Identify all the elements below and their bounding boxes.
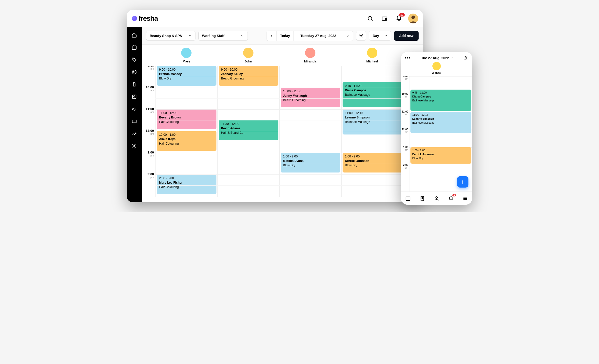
appointment-card[interactable]: 1:00 - 2:00Derrick JohnsonBlow Dry (410, 147, 471, 164)
user-icon (434, 196, 439, 201)
view-label: Day (373, 34, 379, 38)
today-button[interactable]: Today (277, 31, 294, 41)
user-avatar[interactable] (408, 14, 418, 23)
mobile-calendar-lane[interactable]: 9:45 - 11:00Diana CamposBalinese Massage… (409, 76, 472, 192)
mobile-tab-calendar[interactable] (405, 195, 411, 201)
sidebar-item-reports[interactable] (131, 131, 137, 137)
mobile-tab-sales[interactable] (419, 195, 425, 201)
mobile-tab-clients[interactable] (434, 195, 440, 201)
appointment-card[interactable]: 9:45 - 11:00Diana CamposBalinese Massage (343, 82, 402, 107)
megaphone-icon (132, 106, 137, 112)
appointment-time: 10:00 - 11:00 (283, 89, 338, 94)
notifications-button[interactable]: 12 (394, 14, 404, 23)
calendar-toolbar: Beauty Shop & SPA Working Staff Today Tu… (142, 27, 423, 45)
staff-name-label: Mary (183, 59, 190, 63)
time-tick: 2:00pm (147, 172, 154, 179)
appointment-card[interactable]: 1:00 - 2:00Derrick JohnsonBlow Dry (343, 153, 402, 172)
staff-avatar (367, 48, 377, 58)
sidebar-item-payments[interactable] (131, 118, 137, 124)
user-square-icon (132, 94, 137, 99)
mobile-date-label: Tue 27 Aug, 2022 (421, 56, 449, 60)
location-label: Beauty Shop & SPA (150, 34, 182, 38)
appointment-client: Jenny Murtaugh (283, 94, 338, 98)
staff-column-header[interactable]: John (217, 45, 279, 66)
calendar-lane[interactable]: 9:00 - 10:00Zachary KelleyBeard Grooming… (217, 66, 279, 197)
time-tick: 9:00am (147, 66, 154, 70)
sidebar-item-settings[interactable] (131, 143, 137, 149)
staff-column-header[interactable]: Mary (155, 45, 217, 66)
svg-point-14 (134, 96, 135, 97)
svg-line-1 (371, 19, 372, 21)
calendar-settings-button[interactable] (356, 31, 366, 41)
appointment-time: 9:00 - 10:00 (221, 67, 276, 72)
mobile-tab-notifications[interactable]: 3 (448, 195, 454, 201)
svg-rect-5 (132, 46, 136, 50)
sidebar-item-sales[interactable] (131, 57, 137, 63)
staff-name-label: John (244, 59, 252, 63)
today-label: Today (280, 34, 290, 38)
appointment-client: Matilda Evans (283, 159, 338, 163)
receipt-icon (420, 196, 425, 201)
appointment-card[interactable]: 11:00 - 12:00Beverly BrownHair Colouring (157, 109, 216, 129)
staff-header-row: Mary John Miranda Michael (142, 45, 423, 66)
wallet-button[interactable] (380, 14, 389, 23)
calendar-lane[interactable]: 10:00 - 11:00Jenny MurtaughBeard Groomin… (279, 66, 341, 197)
sidebar-item-products[interactable] (131, 81, 137, 87)
calendar-lane[interactable]: 9:45 - 11:00Diana CamposBalinese Massage… (341, 66, 403, 197)
appointment-card[interactable]: 12:00 - 1:00Alicia KeysHair Colouring (157, 131, 216, 151)
appointment-card[interactable]: 10:00 - 11:00Jenny MurtaughBeard Groomin… (281, 88, 340, 107)
appointment-card[interactable]: 9:00 - 10:00Brenda MasseyBlow Dry (157, 66, 216, 86)
mobile-window: ••• Tue 27 Aug, 2022 Michael 9:00am10:00… (401, 52, 472, 205)
notification-badge: 12 (399, 13, 405, 17)
appointment-client: Diana Campos (345, 88, 400, 93)
location-selector[interactable]: Beauty Shop & SPA (146, 31, 195, 41)
appointment-card[interactable]: 9:45 - 11:00Diana CamposBalinese Massage (410, 90, 471, 111)
appointment-card[interactable]: 11:00 - 12:15Leanne SimpsonBalinese Mass… (343, 109, 402, 134)
svg-point-24 (465, 59, 465, 59)
next-day-button[interactable] (343, 31, 353, 41)
appointment-card[interactable]: 1:00 - 2:00Matilda EvansBlow Dry (281, 153, 340, 172)
appointment-client: Derrick Johnson (345, 159, 400, 163)
sidebar-item-team[interactable] (131, 94, 137, 100)
svg-point-0 (368, 16, 372, 20)
sidebar-item-calendar[interactable] (131, 44, 137, 50)
time-tick: 12:00pm (146, 129, 154, 135)
staff-column-header[interactable]: Miranda (279, 45, 341, 66)
mobile-staff-header[interactable]: Michael (401, 62, 472, 76)
mobile-tab-more[interactable] (462, 195, 468, 201)
appointment-card[interactable]: 9:00 - 10:00Zachary KelleyBeard Grooming (219, 66, 278, 86)
prev-day-button[interactable] (267, 31, 277, 41)
appointment-card[interactable]: 2:00 - 3:00Mary Lee FisherHair Colouring (157, 174, 216, 194)
gear-icon (132, 143, 137, 149)
staff-filter-selector[interactable]: Working Staff (198, 31, 248, 41)
appointment-card[interactable]: 11:00 - 12:15Leanne SimpsonBalinese Mass… (410, 112, 471, 133)
mobile-calendar-grid: 9:00am10:00am11:00am12:00pm1:00pm2:00pm … (401, 76, 472, 192)
calendar-lane[interactable]: 9:00 - 10:00Brenda MasseyBlow Dry11:00 -… (155, 66, 217, 197)
mobile-filter-button[interactable] (464, 56, 468, 60)
chevron-down-icon (384, 34, 387, 38)
tag-icon (132, 57, 137, 62)
search-button[interactable] (365, 14, 375, 23)
time-column: 9:00am10:00am11:00am12:00pm1:00pm2:00pm (142, 66, 155, 197)
appointment-card[interactable]: 11:30 - 12:30Kevin AdamsHair & Beard Cut (219, 120, 278, 140)
sidebar-item-clients[interactable] (131, 69, 137, 75)
current-date-display[interactable]: Tuesday 27 Aug, 2022 (294, 31, 343, 41)
sidebar-item-home[interactable] (131, 32, 137, 38)
appointment-service: Balinese Massage (412, 121, 469, 125)
mobile-add-button[interactable]: + (457, 176, 468, 188)
add-new-button[interactable]: Add new (394, 31, 418, 41)
svg-rect-25 (406, 197, 410, 200)
staff-column-header[interactable]: Michael (341, 45, 403, 66)
sidebar-item-marketing[interactable] (131, 106, 137, 112)
appointment-time: 9:45 - 11:00 (412, 91, 469, 95)
svg-point-29 (436, 196, 437, 198)
appointment-time: 11:30 - 12:30 (221, 122, 276, 126)
time-tick: 2:00pm (403, 164, 408, 169)
mobile-tabbar: 3 (401, 192, 472, 205)
view-selector[interactable]: Day (369, 31, 391, 41)
search-icon (367, 15, 373, 22)
appointment-time: 1:00 - 2:00 (345, 154, 400, 159)
mobile-date-selector[interactable]: Tue 27 Aug, 2022 (421, 56, 454, 60)
time-tick: 12:00pm (402, 128, 408, 134)
mobile-menu-button[interactable]: ••• (405, 55, 411, 60)
